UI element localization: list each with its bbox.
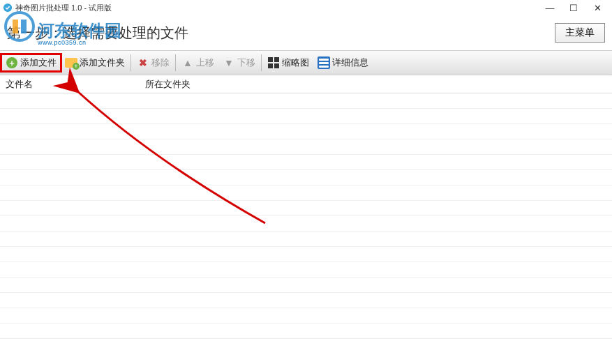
add-file-icon: + [6, 56, 18, 69]
app-icon [3, 3, 13, 13]
list-row [0, 185, 612, 201]
column-filename[interactable]: 文件名 [0, 75, 140, 93]
toolbar: + 添加文件 添加文件夹 ✖ 移除 ▲ 上移 ▼ 下移 缩略图 详细信息 [0, 50, 612, 75]
list-row [0, 293, 612, 308]
move-down-label: 下移 [237, 56, 255, 69]
list-row [0, 247, 612, 262]
list-row [0, 170, 612, 185]
list-row [0, 216, 612, 232]
thumbnail-label: 缩略图 [282, 56, 309, 69]
remove-button[interactable]: ✖ 移除 [133, 54, 174, 71]
add-folder-button[interactable]: 添加文件夹 [61, 54, 129, 71]
list-row [0, 278, 612, 293]
thumbnail-icon [267, 56, 280, 69]
list-row [0, 232, 612, 247]
list-row [0, 308, 612, 324]
titlebar: 神奇图片批处理 1.0 - 试用版 — ☐ ✕ [0, 0, 612, 15]
column-headers: 文件名 所在文件夹 [0, 75, 612, 93]
detail-icon [318, 56, 330, 69]
list-row [0, 324, 612, 339]
up-icon: ▲ [181, 56, 194, 69]
minimize-button[interactable]: — [538, 1, 562, 15]
remove-icon: ✖ [137, 56, 149, 69]
list-row [0, 93, 612, 109]
list-row [0, 201, 612, 216]
toolbar-separator [130, 54, 131, 71]
close-button[interactable]: ✕ [585, 1, 609, 15]
move-up-label: 上移 [196, 56, 214, 69]
move-down-button[interactable]: ▼ 下移 [218, 54, 260, 71]
thumbnail-view-button[interactable]: 缩略图 [263, 54, 313, 71]
window-title: 神奇图片批处理 1.0 - 试用版 [15, 3, 112, 13]
list-row [0, 155, 612, 170]
file-list[interactable] [0, 93, 612, 364]
add-folder-icon [65, 56, 77, 69]
main-menu-button[interactable]: 主菜单 [555, 23, 605, 43]
list-row [0, 139, 612, 155]
step-header: 第一步：选择需要处理的文件 主菜单 [0, 15, 612, 50]
move-up-button[interactable]: ▲ 上移 [177, 54, 218, 71]
detail-view-button[interactable]: 详细信息 [313, 54, 373, 71]
step-title: 第一步：选择需要处理的文件 [7, 24, 555, 43]
list-row [0, 262, 612, 278]
remove-label: 移除 [151, 56, 170, 69]
maximize-button[interactable]: ☐ [562, 1, 585, 15]
column-folder[interactable]: 所在文件夹 [140, 75, 612, 93]
list-row [0, 109, 612, 124]
detail-label: 详细信息 [332, 56, 368, 69]
add-file-button[interactable]: + 添加文件 [1, 54, 61, 71]
toolbar-separator [175, 54, 176, 71]
list-row [0, 124, 612, 139]
toolbar-separator [261, 54, 262, 71]
down-icon: ▼ [223, 56, 235, 69]
add-folder-label: 添加文件夹 [80, 56, 125, 69]
add-file-label: 添加文件 [20, 56, 57, 69]
